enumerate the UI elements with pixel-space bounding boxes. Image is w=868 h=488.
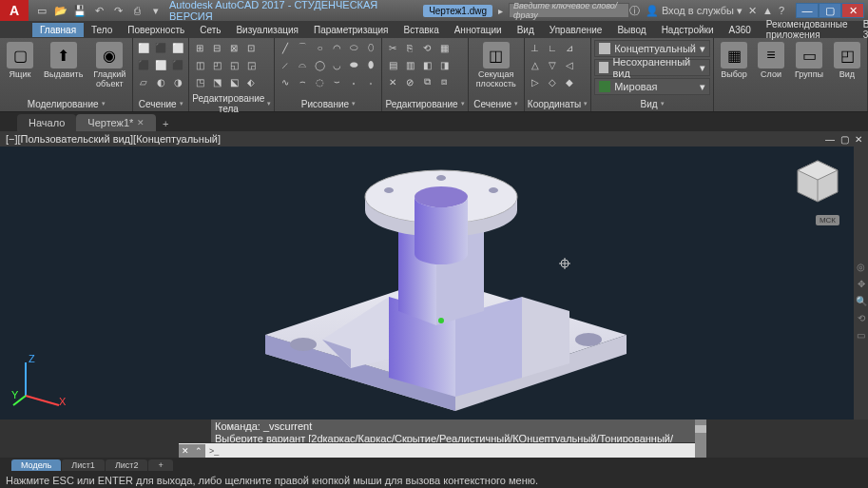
ribbon-bigbutton-5[interactable]: ◫Секущая плоскость xyxy=(472,40,521,91)
ribbon-dropdown-7-1[interactable]: Несохраненный вид▾ xyxy=(594,59,710,76)
ribbon-smallicon-2-8[interactable]: ◳ xyxy=(192,74,207,89)
ribbon-smallicon-1-4[interactable]: ⬜ xyxy=(153,57,168,72)
ribbon-smallicon-3-1[interactable]: ⌒ xyxy=(295,40,310,55)
ribbon-smallicon-3-9[interactable]: ◡ xyxy=(329,57,344,72)
command-close-icon[interactable]: ✕ xyxy=(179,444,192,458)
add-tab-button[interactable]: + xyxy=(156,116,175,131)
nav-showmotion-icon[interactable]: ▭ xyxy=(856,329,867,341)
menu-tab-12[interactable]: A360 xyxy=(722,23,759,37)
ribbon-button-8-3[interactable]: ◰Вид xyxy=(830,40,864,82)
layout-tab-2[interactable]: Лист2 xyxy=(106,459,148,471)
ribbon-smallicon-4-5[interactable]: ▥ xyxy=(402,57,417,72)
qat-print-icon[interactable]: ⎙ xyxy=(129,3,145,18)
ribbon-smallicon-3-10[interactable]: ⬬ xyxy=(346,57,361,72)
ribbon-smallicon-2-10[interactable]: ⬕ xyxy=(226,74,241,89)
ribbon-smallicon-1-0[interactable]: ⬜ xyxy=(136,40,151,55)
ribbon-smallicon-1-3[interactable]: ⬛ xyxy=(136,57,151,72)
nav-orbit-icon[interactable]: ⟲ xyxy=(856,312,867,323)
ribbon-smallicon-3-17[interactable]: ⬫ xyxy=(363,74,378,89)
menu-tab-11[interactable]: Надстройки xyxy=(654,23,722,37)
ribbon-smallicon-6-1[interactable]: ∟ xyxy=(545,40,560,55)
ribbon-smallicon-2-0[interactable]: ⊞ xyxy=(192,40,207,55)
maximize-button[interactable]: ▢ xyxy=(819,3,841,18)
ribbon-smallicon-6-8[interactable]: ◆ xyxy=(562,74,577,89)
ribbon-smallicon-6-4[interactable]: ▽ xyxy=(545,57,560,72)
command-prompt[interactable]: >_ xyxy=(205,446,222,456)
command-scrollbar-thumb[interactable] xyxy=(695,425,706,433)
doc-tab-1[interactable]: Чертеж1*✕ xyxy=(76,114,156,131)
ribbon-smallicon-1-8[interactable]: ◑ xyxy=(170,74,185,89)
ribbon-button-8-0[interactable]: ▦Выбор xyxy=(717,40,751,82)
qat-undo-icon[interactable]: ↶ xyxy=(91,3,106,18)
ribbon-smallicon-3-0[interactable]: ╱ xyxy=(278,40,293,55)
menu-tab-10[interactable]: Вывод xyxy=(609,23,653,37)
menu-tab-8[interactable]: Вид xyxy=(510,23,542,37)
nav-zoom-icon[interactable]: 🔍 xyxy=(856,295,867,306)
ribbon-smallicon-1-1[interactable]: ⬛ xyxy=(153,40,168,55)
ribbon-smallicon-3-13[interactable]: ⌢ xyxy=(295,74,310,89)
minimize-button[interactable]: — xyxy=(796,3,819,18)
menu-tab-7[interactable]: Аннотации xyxy=(447,23,510,37)
panel-title[interactable]: Сечение xyxy=(472,96,521,111)
ribbon-smallicon-6-7[interactable]: ◇ xyxy=(545,74,560,89)
viewport-maximize-icon[interactable]: ▢ xyxy=(840,134,849,145)
ribbon-smallicon-3-4[interactable]: ⬭ xyxy=(346,40,361,55)
menu-tab-2[interactable]: Поверхность xyxy=(120,23,192,37)
doc-tab-0[interactable]: Начало xyxy=(17,114,76,131)
nav-wheel-icon[interactable]: ◎ xyxy=(856,261,867,272)
panel-title[interactable]: Редактирование xyxy=(385,96,464,111)
panel-title[interactable]: Сечение xyxy=(136,96,185,111)
menu-tab-0[interactable]: Главная xyxy=(32,23,84,37)
ribbon-button-0-2[interactable]: ◉Гладкий объект xyxy=(89,40,129,91)
viewcube[interactable] xyxy=(792,156,844,208)
drawing-viewport[interactable]: Z X Y МСК xyxy=(0,146,854,420)
menu-tab-4[interactable]: Визуализация xyxy=(228,23,305,37)
qat-redo-icon[interactable]: ↷ xyxy=(110,3,125,18)
ribbon-smallicon-2-6[interactable]: ◱ xyxy=(226,57,241,72)
cloud-icon[interactable]: ▲ xyxy=(762,5,773,16)
ribbon-button-0-1[interactable]: ⬆Выдавить xyxy=(40,40,87,82)
help-icon[interactable]: ? xyxy=(779,5,784,16)
menu-tab-9[interactable]: Управление xyxy=(542,23,610,37)
command-recent-icon[interactable]: ⌃ xyxy=(192,444,205,458)
ribbon-smallicon-4-2[interactable]: ⟲ xyxy=(419,40,434,55)
ribbon-smallicon-3-3[interactable]: ◠ xyxy=(329,40,344,55)
ribbon-button-8-2[interactable]: ▭Группы xyxy=(791,40,827,82)
ribbon-smallicon-2-5[interactable]: ◰ xyxy=(209,57,224,72)
ribbon-smallicon-4-0[interactable]: ✂ xyxy=(385,40,400,55)
ribbon-smallicon-4-11[interactable]: ⧈ xyxy=(436,74,452,89)
login-button[interactable]: 👤 Вход в службы ▾ xyxy=(646,5,743,17)
ribbon-smallicon-1-7[interactable]: ◐ xyxy=(153,74,168,89)
ribbon-button-0-0[interactable]: ▢Ящик xyxy=(3,40,37,82)
ribbon-smallicon-4-8[interactable]: ✕ xyxy=(385,74,400,89)
ribbon-smallicon-3-2[interactable]: ○ xyxy=(312,40,327,55)
ribbon-smallicon-6-2[interactable]: ⊿ xyxy=(562,40,577,55)
ribbon-smallicon-4-9[interactable]: ⊘ xyxy=(402,74,417,89)
ribbon-smallicon-6-3[interactable]: △ xyxy=(528,57,543,72)
ribbon-smallicon-4-1[interactable]: ⎘ xyxy=(402,40,417,55)
ribbon-smallicon-2-11[interactable]: ⬖ xyxy=(243,74,259,89)
ribbon-smallicon-3-5[interactable]: ⬯ xyxy=(363,40,378,55)
ribbon-smallicon-1-6[interactable]: ▱ xyxy=(136,74,151,89)
qat-new-icon[interactable]: ▭ xyxy=(34,3,49,18)
menu-tab-1[interactable]: Тело xyxy=(84,23,120,37)
nav-pan-icon[interactable]: ✥ xyxy=(856,278,867,289)
viewport-close-icon[interactable]: ✕ xyxy=(855,134,862,145)
ribbon-smallicon-2-7[interactable]: ◲ xyxy=(243,57,259,72)
exchange-icon[interactable]: ✕ xyxy=(748,5,757,17)
panel-title[interactable]: Моделирование xyxy=(3,96,129,111)
app-logo[interactable]: A xyxy=(0,0,29,21)
close-icon[interactable]: ✕ xyxy=(137,118,145,127)
viewport-minimize-icon[interactable]: — xyxy=(825,134,835,145)
ribbon-smallicon-3-6[interactable]: ⟋ xyxy=(278,57,293,72)
ribbon-smallicon-6-0[interactable]: ⊥ xyxy=(528,40,543,55)
ribbon-smallicon-3-11[interactable]: ⬮ xyxy=(363,57,378,72)
ribbon-smallicon-4-10[interactable]: ⧉ xyxy=(419,74,434,89)
ribbon-smallicon-3-12[interactable]: ∿ xyxy=(278,74,293,89)
ribbon-smallicon-2-3[interactable]: ⊡ xyxy=(243,40,259,55)
ribbon-smallicon-4-4[interactable]: ▤ xyxy=(385,57,400,72)
ribbon-smallicon-2-4[interactable]: ◫ xyxy=(192,57,207,72)
qat-dropdown-icon[interactable]: ▾ xyxy=(148,3,164,18)
qat-save-icon[interactable]: 💾 xyxy=(72,3,87,18)
ribbon-smallicon-3-16[interactable]: ⬪ xyxy=(346,74,361,89)
